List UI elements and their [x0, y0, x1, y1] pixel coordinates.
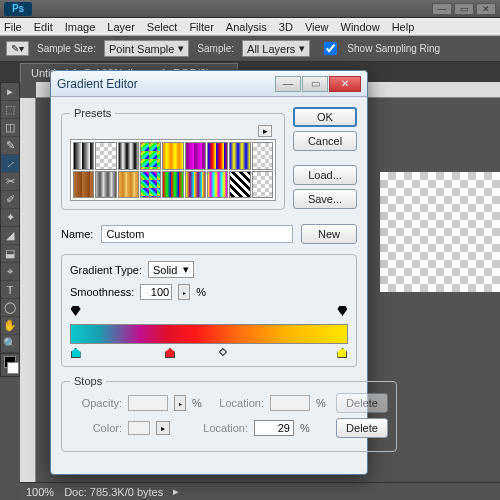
- vertical-ruler: [20, 98, 36, 482]
- tool-button[interactable]: ◯: [1, 299, 19, 317]
- color-location-input[interactable]: [254, 420, 294, 436]
- cancel-button[interactable]: Cancel: [293, 131, 357, 151]
- preset-swatch[interactable]: [73, 142, 94, 170]
- preset-swatch[interactable]: [95, 142, 116, 170]
- dialog-minimize-button[interactable]: —: [275, 76, 301, 92]
- show-sampling-ring-checkbox[interactable]: [324, 42, 337, 55]
- toolbox: ▸⬚◫✎⟋✂✐✦◢⬓⌖T◯✋🔍: [0, 82, 20, 377]
- preset-swatch[interactable]: [185, 142, 206, 170]
- zoom-level[interactable]: 100%: [26, 486, 54, 498]
- tool-button[interactable]: ◫: [1, 119, 19, 137]
- opacity-input: [128, 395, 168, 411]
- preset-swatch[interactable]: [118, 142, 139, 170]
- doc-size: Doc: 785.3K/0 bytes: [64, 486, 163, 498]
- status-bar: 100% Doc: 785.3K/0 bytes ▸: [20, 482, 500, 500]
- presets-grid[interactable]: [70, 139, 276, 201]
- preset-swatch[interactable]: [252, 142, 273, 170]
- tool-button[interactable]: ✐: [1, 191, 19, 209]
- menu-file[interactable]: File: [4, 21, 22, 33]
- opacity-stops-track[interactable]: [70, 306, 348, 318]
- save-button[interactable]: Save...: [293, 189, 357, 209]
- gradient-type-dropdown[interactable]: Solid▾: [148, 261, 194, 278]
- opacity-stop[interactable]: [337, 306, 347, 316]
- color-swatch: [128, 421, 150, 435]
- color-label: Color:: [70, 422, 122, 434]
- presets-menu-button[interactable]: ▸: [258, 125, 272, 137]
- sample-size-dropdown[interactable]: Point Sample▾: [104, 40, 189, 57]
- tool-button[interactable]: ⬚: [1, 101, 19, 119]
- color-stop[interactable]: [165, 348, 175, 358]
- preset-swatch[interactable]: [73, 171, 94, 199]
- menu-help[interactable]: Help: [392, 21, 415, 33]
- tool-button[interactable]: ▸: [1, 83, 19, 101]
- close-button[interactable]: ✕: [476, 3, 496, 15]
- tool-button[interactable]: T: [1, 281, 19, 299]
- options-bar: ✎▾ Sample Size: Point Sample▾ Sample: Al…: [0, 36, 500, 62]
- location-label-2: Location:: [196, 422, 248, 434]
- menu-3d[interactable]: 3D: [279, 21, 293, 33]
- color-picker-button: ▸: [156, 421, 170, 435]
- maximize-button[interactable]: ▭: [454, 3, 474, 15]
- opacity-spinner: ▸: [174, 395, 186, 411]
- menu-filter[interactable]: Filter: [189, 21, 213, 33]
- tool-button[interactable]: ⟋: [1, 155, 19, 173]
- dialog-titlebar[interactable]: Gradient Editor — ▭ ✕: [51, 71, 367, 97]
- menu-analysis[interactable]: Analysis: [226, 21, 267, 33]
- menu-select[interactable]: Select: [147, 21, 178, 33]
- preset-swatch[interactable]: [162, 142, 183, 170]
- tool-button[interactable]: ⌖: [1, 263, 19, 281]
- eyedropper-tool-icon[interactable]: ✎▾: [6, 41, 29, 56]
- ok-button[interactable]: OK: [293, 107, 357, 127]
- presets-legend: Presets: [70, 107, 115, 119]
- menu-view[interactable]: View: [305, 21, 329, 33]
- preset-swatch[interactable]: [140, 171, 161, 199]
- menubar: FileEditImageLayerSelectFilterAnalysis3D…: [0, 18, 500, 36]
- delete-color-stop-button[interactable]: Delete: [336, 418, 388, 438]
- dialog-close-button[interactable]: ✕: [329, 76, 361, 92]
- opacity-label: Opacity:: [70, 397, 122, 409]
- tool-button[interactable]: ◢: [1, 227, 19, 245]
- background-swatch[interactable]: [7, 362, 19, 374]
- preset-swatch[interactable]: [207, 142, 228, 170]
- preset-swatch[interactable]: [252, 171, 273, 199]
- gradient-preview-bar[interactable]: [70, 324, 348, 344]
- tool-button[interactable]: ✂: [1, 173, 19, 191]
- status-arrow-icon[interactable]: ▸: [173, 485, 179, 498]
- menu-image[interactable]: Image: [65, 21, 96, 33]
- preset-swatch[interactable]: [185, 171, 206, 199]
- tool-button[interactable]: ⬓: [1, 245, 19, 263]
- presets-fieldset: Presets ▸: [61, 107, 285, 210]
- tool-button[interactable]: ✋: [1, 317, 19, 335]
- minimize-button[interactable]: —: [432, 3, 452, 15]
- preset-swatch[interactable]: [95, 171, 116, 199]
- menu-edit[interactable]: Edit: [34, 21, 53, 33]
- new-button[interactable]: New: [301, 224, 357, 244]
- window-controls: — ▭ ✕: [432, 3, 496, 15]
- preset-swatch[interactable]: [140, 142, 161, 170]
- sample-layers-dropdown[interactable]: All Layers▾: [242, 40, 310, 57]
- color-stop[interactable]: [71, 348, 81, 358]
- preset-swatch[interactable]: [207, 171, 228, 199]
- preset-swatch[interactable]: [162, 171, 183, 199]
- app-logo: Ps: [4, 2, 32, 16]
- preset-swatch[interactable]: [229, 171, 250, 199]
- name-input[interactable]: [101, 225, 293, 243]
- preset-swatch[interactable]: [118, 171, 139, 199]
- color-stops-track[interactable]: [70, 346, 348, 358]
- tool-button[interactable]: ✎: [1, 137, 19, 155]
- stops-legend: Stops: [70, 375, 106, 387]
- smoothness-input[interactable]: [140, 284, 172, 300]
- menu-layer[interactable]: Layer: [107, 21, 135, 33]
- dialog-maximize-button[interactable]: ▭: [302, 76, 328, 92]
- preset-swatch[interactable]: [229, 142, 250, 170]
- smoothness-spinner[interactable]: ▸: [178, 284, 190, 300]
- opacity-stop[interactable]: [71, 306, 81, 316]
- tool-button[interactable]: ✦: [1, 209, 19, 227]
- color-stop[interactable]: [337, 348, 347, 358]
- load-button[interactable]: Load...: [293, 165, 357, 185]
- midpoint-stop[interactable]: [219, 348, 227, 356]
- menu-window[interactable]: Window: [341, 21, 380, 33]
- show-sampling-ring-label: Show Sampling Ring: [347, 43, 440, 54]
- tool-button[interactable]: 🔍: [1, 335, 19, 353]
- document-canvas[interactable]: [380, 172, 500, 292]
